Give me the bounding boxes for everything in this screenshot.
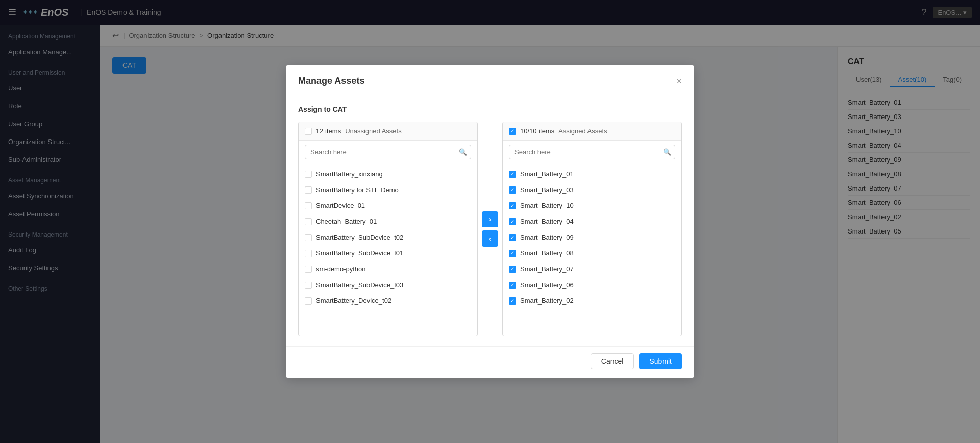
search-icon-right: 🔍 [663, 148, 671, 156]
item-checkbox-4[interactable] [305, 234, 312, 241]
search-wrapper-right: 🔍 [509, 145, 675, 159]
assigned-checkbox-1[interactable] [509, 186, 516, 194]
submit-button[interactable]: Submit [639, 353, 682, 369]
unassigned-list: SmartBattery_xinxiang SmartBattery for S… [299, 164, 477, 336]
search-wrapper-left: 🔍 [305, 145, 471, 159]
assigned-item[interactable]: Smart_Battery_01 [503, 166, 681, 182]
assigned-label: Smart_Battery_03 [520, 186, 574, 194]
unassigned-count: 12 items [316, 127, 341, 135]
search-icon-left: 🔍 [459, 148, 467, 156]
item-label: sm-demo-python [316, 265, 366, 273]
assigned-item[interactable]: Smart_Battery_08 [503, 245, 681, 261]
modal-title: Manage Assets [298, 76, 364, 86]
transfer-left-button[interactable]: ‹ [482, 230, 498, 247]
unassigned-header: 12 items Unassigned Assets [299, 122, 477, 141]
modal-overlay: Manage Assets × Assign to CAT 12 items U… [0, 0, 980, 443]
assigned-panel: 10/10 items Assigned Assets 🔍 Smart_Batt… [502, 122, 682, 336]
assigned-label: Smart_Battery_07 [520, 265, 574, 273]
modal-body: Assign to CAT 12 items Unassigned Assets… [286, 95, 694, 346]
unassigned-item[interactable]: SmartBattery_SubDevice_t01 [299, 245, 477, 261]
assigned-checkbox-5[interactable] [509, 250, 516, 257]
assigned-item[interactable]: Smart_Battery_10 [503, 198, 681, 214]
item-label: SmartBattery for STE Demo [316, 186, 399, 194]
assigned-title: Assigned Assets [558, 127, 607, 135]
assigned-item[interactable]: Smart_Battery_04 [503, 214, 681, 229]
assigned-search-input[interactable] [509, 145, 675, 159]
assigned-checkbox-8[interactable] [509, 297, 516, 305]
item-checkbox-7[interactable] [305, 282, 312, 289]
assigned-item[interactable]: Smart_Battery_09 [503, 229, 681, 245]
item-label: SmartBattery_SubDevice_t02 [316, 234, 403, 241]
cancel-button[interactable]: Cancel [591, 353, 634, 369]
assigned-list: Smart_Battery_01 Smart_Battery_03 Smart_… [503, 164, 681, 336]
item-checkbox-5[interactable] [305, 250, 312, 257]
assigned-checkbox-2[interactable] [509, 202, 516, 209]
transfer-right-button[interactable]: › [482, 211, 498, 227]
assigned-checkbox-7[interactable] [509, 282, 516, 289]
unassigned-item[interactable]: SmartBattery_xinxiang [299, 166, 477, 182]
item-label: SmartBattery_SubDevice_t03 [316, 281, 403, 289]
assigned-count: 10/10 items [520, 127, 554, 135]
item-checkbox-0[interactable] [305, 171, 312, 178]
assigned-label: Smart_Battery_01 [520, 170, 574, 178]
assigned-label: Smart_Battery_02 [520, 297, 574, 305]
assigned-item[interactable]: Smart_Battery_03 [503, 182, 681, 198]
assigned-checkbox-3[interactable] [509, 218, 516, 225]
unassigned-item[interactable]: SmartBattery_SubDevice_t03 [299, 277, 477, 293]
item-checkbox-2[interactable] [305, 202, 312, 209]
unassigned-search: 🔍 [299, 141, 477, 164]
assigned-label: Smart_Battery_08 [520, 249, 574, 257]
assigned-label: Smart_Battery_10 [520, 202, 574, 209]
unassigned-item[interactable]: sm-demo-python [299, 261, 477, 277]
assigned-item[interactable]: Smart_Battery_07 [503, 261, 681, 277]
unassigned-item[interactable]: SmartDevice_01 [299, 198, 477, 214]
unassigned-panel: 12 items Unassigned Assets 🔍 SmartBatter… [298, 122, 478, 336]
unassigned-search-input[interactable] [305, 145, 471, 159]
manage-assets-modal: Manage Assets × Assign to CAT 12 items U… [286, 65, 694, 378]
assigned-select-all-checkbox[interactable] [509, 128, 516, 135]
assign-target: CAT [333, 105, 347, 113]
assigned-label: Smart_Battery_06 [520, 281, 574, 289]
assigned-item[interactable]: Smart_Battery_06 [503, 277, 681, 293]
item-label: SmartBattery_SubDevice_t01 [316, 249, 403, 257]
unassigned-item[interactable]: SmartBattery for STE Demo [299, 182, 477, 198]
transfer-container: 12 items Unassigned Assets 🔍 SmartBatter… [298, 122, 682, 336]
assigned-label: Smart_Battery_04 [520, 218, 574, 225]
modal-footer: Cancel Submit [286, 346, 694, 378]
modal-close-button[interactable]: × [676, 77, 682, 86]
unassigned-item[interactable]: SmartBattery_SubDevice_t02 [299, 229, 477, 245]
assigned-search: 🔍 [503, 141, 681, 164]
assigned-checkbox-6[interactable] [509, 266, 516, 273]
item-label: SmartBattery_Device_t02 [316, 297, 391, 305]
item-label: Cheetah_Battery_01 [316, 218, 377, 225]
transfer-buttons: › ‹ [482, 211, 498, 247]
unassigned-title: Unassigned Assets [345, 127, 402, 135]
assigned-header: 10/10 items Assigned Assets [503, 122, 681, 141]
assign-label: Assign to CAT [298, 105, 682, 113]
unassigned-select-all-checkbox[interactable] [305, 128, 312, 135]
item-checkbox-6[interactable] [305, 266, 312, 273]
assigned-checkbox-0[interactable] [509, 171, 516, 178]
assigned-label: Smart_Battery_09 [520, 234, 574, 241]
item-checkbox-3[interactable] [305, 218, 312, 225]
item-checkbox-1[interactable] [305, 186, 312, 194]
item-label: SmartDevice_01 [316, 202, 365, 209]
unassigned-item[interactable]: SmartBattery_Device_t02 [299, 293, 477, 309]
item-checkbox-8[interactable] [305, 297, 312, 305]
assigned-item[interactable]: Smart_Battery_02 [503, 293, 681, 309]
item-label: SmartBattery_xinxiang [316, 170, 383, 178]
modal-header: Manage Assets × [286, 65, 694, 95]
assigned-checkbox-4[interactable] [509, 234, 516, 241]
unassigned-item[interactable]: Cheetah_Battery_01 [299, 214, 477, 229]
